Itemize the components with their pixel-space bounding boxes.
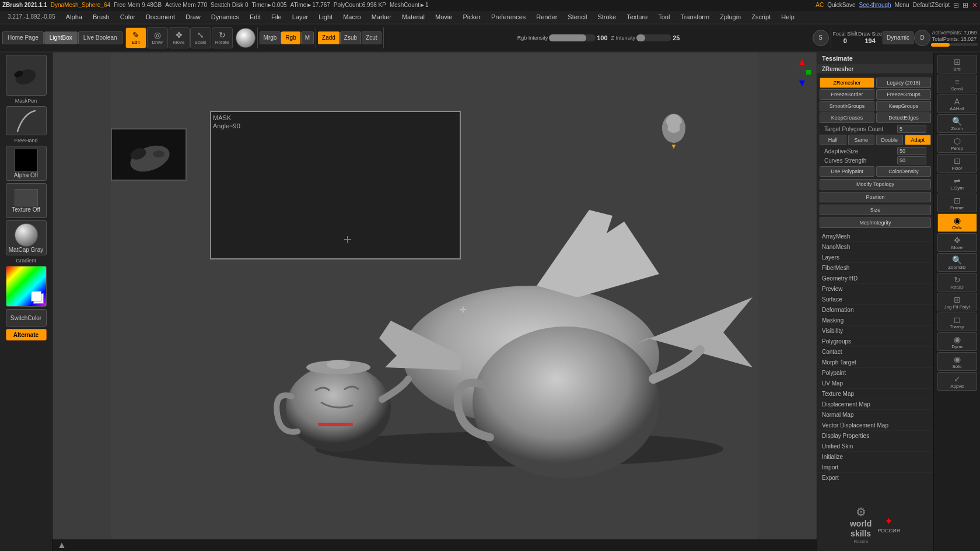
- symmetry-btn[interactable]: S: [813, 30, 829, 46]
- adaptive-size-input[interactable]: [897, 147, 926, 155]
- menu-item-texture[interactable]: Texture: [625, 12, 649, 22]
- texture-btn[interactable]: Texture Off: [6, 183, 47, 218]
- use-polypaint-btn[interactable]: Use Polypaint: [820, 166, 874, 177]
- maximize-icon[interactable]: ⊞: [963, 1, 968, 9]
- menu-item-draw[interactable]: Draw: [184, 12, 202, 22]
- right-btn-brd[interactable]: ⊞Brd: [937, 55, 977, 73]
- right-btn-l-sym[interactable]: ⇌L.Sym: [937, 174, 977, 192]
- alternate-btn[interactable]: Alternate: [6, 329, 47, 341]
- legacy-tab[interactable]: Legacy (2018): [876, 78, 931, 88]
- panel-item-uv-map[interactable]: UV Map: [817, 378, 933, 389]
- panel-item-preview[interactable]: Preview: [817, 284, 933, 294]
- panel-item-polypaint[interactable]: Polypaint: [817, 368, 933, 378]
- panel-item-contact[interactable]: Contact: [817, 347, 933, 357]
- menu-item-file[interactable]: File: [270, 12, 284, 22]
- menu-item-stroke[interactable]: Stroke: [596, 12, 618, 22]
- bottom-arrow-icon[interactable]: ▲: [57, 540, 66, 550]
- panel-item-import[interactable]: Import: [817, 462, 933, 473]
- menu-item-picker[interactable]: Picker: [461, 12, 482, 22]
- tab-homepage[interactable]: Home Page: [2, 31, 44, 44]
- zsub-btn[interactable]: Zsub: [340, 31, 361, 44]
- menu-item-marker[interactable]: Marker: [370, 12, 393, 22]
- brush-sphere-icon[interactable]: [236, 28, 256, 48]
- panel-item-morph-target[interactable]: Morph Target: [817, 357, 933, 368]
- matcap-btn[interactable]: MatCap Gray: [6, 220, 47, 255]
- panel-item-displacement-map[interactable]: Displacement Map: [817, 399, 933, 410]
- menu-item-layer[interactable]: Layer: [290, 12, 310, 22]
- default-zscript-label[interactable]: DefaultZScript: [913, 2, 950, 8]
- alpha-btn[interactable]: Alpha Off: [6, 146, 47, 181]
- panel-item-surface[interactable]: Surface: [817, 294, 933, 305]
- curves-strength-input[interactable]: [897, 156, 926, 164]
- panel-item-arraymesh[interactable]: ArrayMesh: [817, 231, 933, 242]
- modify-topology-btn[interactable]: Modify Topology: [820, 179, 931, 189]
- tab-liveboolean[interactable]: Live Boolean: [78, 31, 123, 44]
- panel-item-normal-map[interactable]: Normal Map: [817, 410, 933, 420]
- menu-item-tool[interactable]: Tool: [656, 12, 671, 22]
- panel-item-deformation[interactable]: Deformation: [817, 305, 933, 315]
- panel-item-visibility[interactable]: Visibility: [817, 326, 933, 336]
- freeze-border-btn[interactable]: FreezeBorder: [820, 89, 874, 100]
- menu-item-preferences[interactable]: Preferences: [489, 12, 527, 22]
- menu-item-dynamics[interactable]: Dynamics: [209, 12, 241, 22]
- target-polygons-input[interactable]: [897, 125, 926, 133]
- menu-item-movie[interactable]: Movie: [433, 12, 454, 22]
- draw-mode-edit[interactable]: ✎ Edit: [125, 27, 146, 48]
- right-btn-solo[interactable]: ◉Solo: [937, 352, 977, 371]
- freeze-groups-btn[interactable]: FreezeGroups: [876, 89, 931, 100]
- mesh-integrity-btn[interactable]: MeshIntegrity: [820, 217, 931, 228]
- keep-creases-btn[interactable]: KeepCreases: [820, 113, 874, 123]
- menu-item-color[interactable]: Color: [118, 12, 137, 22]
- orientation-indicator[interactable]: ▼: [653, 111, 694, 152]
- panel-item-layers[interactable]: Layers: [817, 252, 933, 263]
- menu-item-document[interactable]: Document: [144, 12, 177, 22]
- detect-edges-btn[interactable]: DetectEdges: [876, 113, 931, 123]
- panel-item-display-properties[interactable]: Display Properties: [817, 431, 933, 441]
- draw-mode-scale[interactable]: ⤡ Scale: [190, 27, 211, 48]
- close-icon[interactable]: ✕: [972, 1, 978, 9]
- panel-item-fibermesh[interactable]: FiberMesh: [817, 263, 933, 273]
- panel-item-initialize[interactable]: Initialize: [817, 452, 933, 462]
- m-btn[interactable]: M: [301, 31, 314, 44]
- panel-item-export[interactable]: Export: [817, 473, 933, 483]
- right-btn-zoom3d[interactable]: 🔍Zoom3D: [937, 253, 977, 272]
- menu-item-render[interactable]: Render: [534, 12, 559, 22]
- smooth-groups-btn[interactable]: SmoothGroups: [820, 101, 874, 111]
- rgb-btn[interactable]: Rgb: [281, 31, 300, 44]
- menu-item-transform[interactable]: Transform: [678, 12, 711, 22]
- panel-item-masking[interactable]: Masking: [817, 315, 933, 326]
- menu-item-brush[interactable]: Brush: [91, 12, 111, 22]
- right-btn-appvd[interactable]: ✓Appvd: [937, 372, 977, 391]
- maskpen-brush[interactable]: [6, 55, 47, 96]
- zremesher-header[interactable]: ZRemesher: [817, 65, 933, 74]
- zcut-btn[interactable]: Zcut: [362, 31, 381, 44]
- rgb-intensity-slider[interactable]: [549, 34, 596, 41]
- tab-lightbox[interactable]: LightBox: [44, 31, 78, 44]
- double-btn[interactable]: Double: [876, 135, 903, 145]
- color-density-btn[interactable]: ColorDensity: [876, 166, 931, 177]
- right-btn-move[interactable]: ✥Move: [937, 233, 977, 252]
- draw-mode-rotate[interactable]: ↻ Rotate: [212, 27, 233, 48]
- menu-item-stencil[interactable]: Stencil: [566, 12, 589, 22]
- right-btn-persp[interactable]: ⬡Persp: [937, 134, 977, 153]
- panel-item-nanomesh[interactable]: NanoMesh: [817, 242, 933, 252]
- right-btn-jog-pll-polyf[interactable]: ⊞Jog Pll Polyf: [937, 293, 977, 311]
- right-btn-frame[interactable]: ⊡Frame: [937, 194, 977, 212]
- panel-item-texture-map[interactable]: Texture Map: [817, 389, 933, 399]
- right-btn-scroll[interactable]: ≡Scroll: [937, 75, 977, 93]
- right-btn-rot3d[interactable]: ↻Rot3D: [937, 273, 977, 292]
- menu-item-alpha[interactable]: Alpha: [64, 12, 84, 22]
- menu-item-macro[interactable]: Macro: [341, 12, 363, 22]
- right-btn-floor[interactable]: ⊡Floor: [937, 154, 977, 173]
- dynamic-btn[interactable]: Dynamic: [883, 31, 914, 44]
- same-btn[interactable]: Same: [848, 135, 875, 145]
- zadd-btn[interactable]: Zadd: [318, 31, 340, 44]
- panel-item-unified-skin[interactable]: Unified Skin: [817, 441, 933, 452]
- right-btn-transp[interactable]: ◻Transp: [937, 313, 977, 331]
- minimize-icon[interactable]: ⊟: [953, 1, 959, 9]
- menu-item-material[interactable]: Material: [400, 12, 426, 22]
- draw-mode-move[interactable]: ✥ Move: [169, 27, 190, 48]
- panel-item-geometry-hd[interactable]: Geometry HD: [817, 273, 933, 284]
- tessimate-header[interactable]: Tessimate: [817, 52, 933, 65]
- quicksave-label[interactable]: QuickSave: [827, 2, 855, 8]
